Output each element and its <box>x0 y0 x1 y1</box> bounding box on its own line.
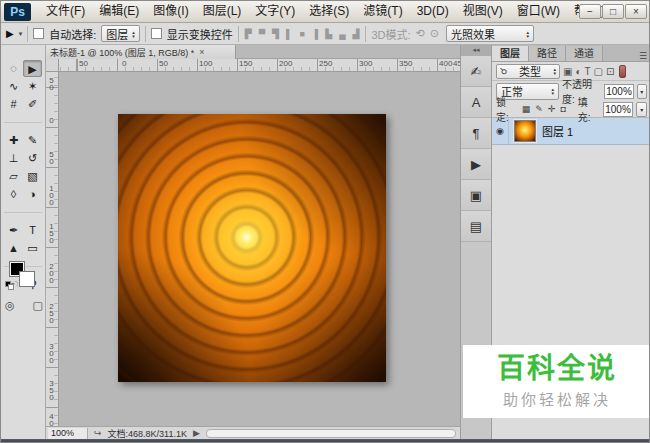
character-panel-icon[interactable]: A <box>461 87 491 118</box>
tab-close-icon[interactable]: × <box>199 47 204 57</box>
tool-history-brush[interactable]: ↺ <box>23 150 42 167</box>
align-middle-icon[interactable]: ■ <box>298 29 305 39</box>
align-right-icon[interactable]: ▜ <box>271 29 280 39</box>
panel-menu-icon[interactable]: ☰ <box>635 51 650 61</box>
layer-filter-dropdown[interactable]: ⚲类型 <box>496 64 560 79</box>
tool-eyedropper[interactable]: ✐ <box>23 96 42 113</box>
fill-label: 填充: <box>578 94 600 124</box>
options-bar: ▶ ▾ 自动选择: 图层 显示变换控件 ▛ ▀ ▜ ▌ ■ ▐ ▙ ▄ ▟ 3D… <box>1 23 650 45</box>
tab-channels[interactable]: 通道 <box>566 46 603 61</box>
updown-icon <box>527 30 530 38</box>
document-image-ripple-swirl[interactable] <box>118 114 386 382</box>
workspace-dropdown[interactable]: 光照效果 <box>446 25 534 42</box>
timeline-panel-icon[interactable]: ▤ <box>461 211 491 242</box>
tool-lasso[interactable]: ∿ <box>4 78 23 95</box>
zoom-level-field[interactable]: 100% <box>48 428 88 439</box>
roll-3d-icon[interactable]: ⊙ <box>430 27 439 40</box>
menu-window[interactable]: 窗口(W) <box>510 1 567 22</box>
lock-transparent-icon[interactable]: ▦ <box>521 104 532 114</box>
auto-align-icon[interactable]: ▟ <box>352 29 361 39</box>
quick-mask-icon[interactable]: ◎ <box>5 299 15 312</box>
watermark-title: 百科全说 <box>463 353 650 385</box>
layer-thumbnail[interactable] <box>514 120 536 142</box>
tool-magic-wand[interactable]: ✶ <box>23 78 42 95</box>
horizontal-scrollbar[interactable] <box>206 429 456 438</box>
status-menu-arrow-icon[interactable]: ▶ <box>193 428 200 438</box>
fill-field[interactable]: 100% <box>603 102 634 117</box>
menu-layer[interactable]: 图层(L) <box>196 1 249 22</box>
close-button[interactable]: × <box>625 4 647 19</box>
fill-caret-icon[interactable]: ▾ <box>636 102 647 117</box>
filter-smart-object-icon[interactable]: ⊡ <box>606 66 614 77</box>
tool-dodge[interactable]: ◑ <box>23 186 42 203</box>
updown-icon <box>552 87 555 95</box>
actions-panel-icon[interactable]: ▶ <box>461 149 491 180</box>
3d-panel-icon[interactable]: ▣ <box>461 180 491 211</box>
minimize-button[interactable]: − <box>579 4 601 19</box>
filter-type-icon[interactable]: T <box>585 66 591 77</box>
lock-pixels-icon[interactable]: ✎ <box>534 104 544 114</box>
background-color-swatch[interactable] <box>19 271 35 287</box>
tool-move[interactable]: ▶ <box>23 60 42 77</box>
canvas-area[interactable] <box>59 72 460 426</box>
tool-clone-stamp[interactable]: ⊥ <box>4 150 23 167</box>
tool-rectangle-shape[interactable]: ▭ <box>23 240 42 257</box>
lock-position-icon[interactable]: ✛ <box>547 104 557 114</box>
ruler-label: 300 <box>47 342 56 363</box>
maximize-button[interactable]: □ <box>602 4 624 19</box>
default-colors-icon[interactable] <box>5 281 14 290</box>
layer-name[interactable]: 图层 1 <box>542 123 573 139</box>
align-left-icon[interactable]: ▛ <box>244 29 253 39</box>
menu-edit[interactable]: 编辑(E) <box>92 1 146 22</box>
brush-panel-icon[interactable]: ✍ <box>461 56 491 87</box>
filter-toggle-switch[interactable] <box>619 65 626 78</box>
menu-select[interactable]: 选择(S) <box>302 1 356 22</box>
tool-eraser[interactable]: ▱ <box>4 168 23 185</box>
orbit-3d-icon[interactable]: ⟲ <box>416 27 425 40</box>
menu-file[interactable]: 文件(F) <box>39 1 92 22</box>
tool-gradient[interactable]: ▧ <box>23 168 42 185</box>
ruler-label: 50 <box>79 59 88 68</box>
document-tab[interactable]: 未标题-1 @ 100% (图层 1, RGB/8) * × <box>46 45 236 59</box>
layer-visibility-eye-icon[interactable]: ◉ <box>492 118 509 144</box>
tab-layers[interactable]: 图层 <box>492 46 529 61</box>
tool-elliptical-marquee[interactable]: ◌ <box>4 60 23 77</box>
tab-paths[interactable]: 路径 <box>529 46 566 61</box>
filter-adjustment-icon[interactable]: ◐ <box>575 66 581 77</box>
align-top-icon[interactable]: ▌ <box>285 29 293 39</box>
screen-mode-icon[interactable]: ▢ <box>33 299 43 312</box>
menu-image[interactable]: 图像(I) <box>146 1 195 22</box>
distribute-v-icon[interactable]: ▄ <box>338 29 346 39</box>
align-center-h-icon[interactable]: ▀ <box>258 29 266 39</box>
filter-shape-icon[interactable]: ▢ <box>594 66 603 77</box>
ruler-label: 250 <box>47 302 56 323</box>
filter-pixel-icon[interactable]: ▣ <box>563 66 572 77</box>
tool-preset-caret-icon[interactable]: ▾ <box>19 30 23 38</box>
distribute-h-icon[interactable]: ▙ <box>324 29 333 39</box>
tool-path-selection[interactable]: ▲ <box>4 240 23 257</box>
lock-all-icon[interactable]: ◘ <box>559 104 566 114</box>
opacity-field[interactable]: 100% <box>604 84 633 99</box>
ruler-label: 50 <box>47 150 56 164</box>
tool-blur[interactable]: ◊ <box>4 186 23 203</box>
opacity-caret-icon[interactable]: ▾ <box>637 84 647 99</box>
menu-filter[interactable]: 滤镜(T) <box>356 1 409 22</box>
tool-crop[interactable]: # <box>4 96 23 113</box>
auto-select-dropdown[interactable]: 图层 <box>101 25 140 42</box>
align-bottom-icon[interactable]: ▐ <box>311 29 319 39</box>
ruler-label: 150 <box>239 59 252 68</box>
collapse-panels-icon[interactable]: ◂◂ <box>461 45 491 56</box>
auto-select-checkbox[interactable] <box>33 28 44 39</box>
menu-view[interactable]: 视图(V) <box>456 1 510 22</box>
layer-row-selected[interactable]: ◉ 图层 1 <box>492 118 650 145</box>
tool-brush[interactable]: ✎ <box>23 132 42 149</box>
tool-healing-brush[interactable]: ✚ <box>4 132 23 149</box>
menu-type[interactable]: 文字(Y) <box>248 1 302 22</box>
tools-panel: ◌ ▶ ∿ ✶ # ✐ ✚ ✎ ⊥ ↺ ▱ ▧ ◊ ◑ ✒ T ▲ ▭ ☜ ⚲ <box>1 45 46 439</box>
title-bar: Ps 文件(F) 编辑(E) 图像(I) 图层(L) 文字(Y) 选择(S) 滤… <box>1 1 650 23</box>
tool-pen[interactable]: ✒ <box>4 222 23 239</box>
show-transform-checkbox[interactable] <box>151 28 162 39</box>
tool-type[interactable]: T <box>23 222 42 239</box>
menu-3d[interactable]: 3D(D) <box>410 1 456 22</box>
paragraph-panel-icon[interactable]: ¶ <box>461 118 491 149</box>
